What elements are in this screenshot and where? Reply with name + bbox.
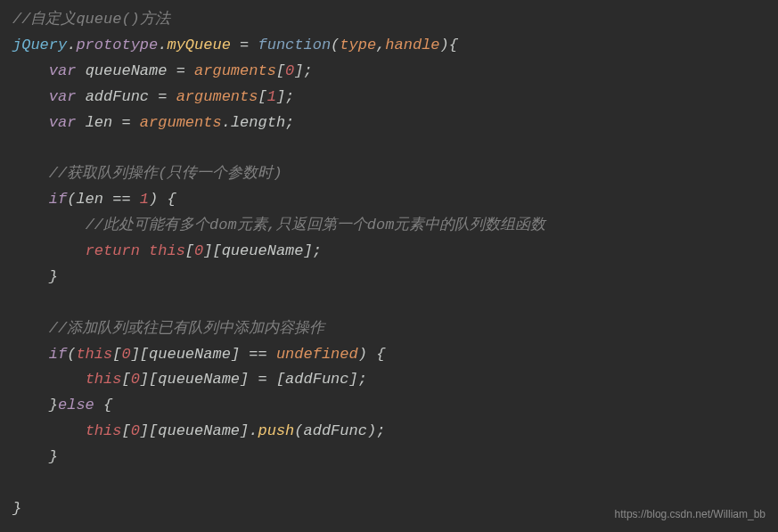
comment-line: //获取队列操作(只传一个参数时) — [49, 165, 283, 182]
identifier-prototype: prototype — [76, 37, 158, 53]
lparen: ( — [294, 422, 303, 439]
lbracket: [ — [149, 422, 158, 439]
identifier-queuename: queueName — [158, 422, 240, 439]
identifier-len: len — [76, 191, 103, 208]
semi: ; — [313, 242, 322, 259]
lbrace: { — [376, 346, 385, 363]
dot: . — [249, 422, 258, 439]
rbrace: } — [49, 268, 58, 285]
semi: ; — [304, 62, 313, 79]
identifier-len: len — [86, 114, 113, 131]
lbracket: [ — [276, 62, 285, 79]
param-handle: handle — [385, 37, 439, 53]
semi: ; — [358, 371, 367, 388]
rbrace: } — [49, 397, 58, 413]
rbrace: } — [12, 500, 21, 517]
rbracket: ] — [140, 422, 149, 439]
op-eq: = — [231, 37, 258, 53]
identifier-addfunc: addFunc — [86, 88, 149, 105]
keyword-this: this — [86, 422, 122, 439]
op-eqeq: == — [240, 346, 276, 363]
rparen: ) — [367, 422, 376, 439]
rbracket: ] — [276, 88, 285, 105]
identifier-arguments: arguments — [176, 88, 258, 105]
rbracket: ] — [131, 346, 140, 363]
semi: ; — [376, 422, 385, 439]
lparen: ( — [67, 346, 76, 363]
number-0: 0 — [131, 371, 140, 388]
lbrace: { — [449, 37, 458, 53]
lbracket: [ — [112, 346, 121, 363]
semi: ; — [285, 114, 294, 131]
number-1: 1 — [267, 88, 276, 105]
keyword-return: return — [86, 242, 140, 259]
keyword-if: if — [49, 346, 67, 363]
keyword-function: function — [258, 37, 331, 53]
comment-line: //自定义queue()方法 — [12, 11, 170, 28]
lbracket: [ — [140, 346, 149, 363]
number-1: 1 — [140, 191, 149, 208]
method-push: push — [258, 422, 294, 439]
op-eq: = — [149, 88, 176, 105]
lbracket: [ — [185, 242, 194, 259]
number-0: 0 — [194, 242, 203, 259]
lbracket: [ — [121, 422, 130, 439]
dot: . — [158, 37, 167, 53]
identifier-queuename: queueName — [158, 371, 240, 388]
lparen: ( — [331, 37, 340, 53]
number-0: 0 — [285, 62, 294, 79]
comment-line: //添加队列或往已有队列中添加内容操作 — [49, 320, 324, 337]
lbracket: [ — [121, 371, 130, 388]
keyword-else: else — [58, 397, 94, 413]
op-eq: = — [249, 371, 276, 388]
rbracket: ] — [240, 371, 249, 388]
rbracket: ] — [231, 346, 240, 363]
rparen: ) — [358, 346, 367, 363]
rbrace: } — [49, 448, 58, 465]
lbracket: [ — [276, 371, 285, 388]
watermark-text: https://blog.csdn.net/William_bb — [615, 505, 766, 523]
keyword-var: var — [49, 114, 77, 131]
lbracket: [ — [212, 242, 221, 259]
identifier-jquery: jQuery — [12, 37, 67, 53]
op-eq: = — [112, 114, 140, 131]
keyword-this: this — [86, 371, 122, 388]
rbracket: ] — [140, 371, 149, 388]
keyword-var: var — [49, 62, 77, 79]
rparen: ) — [440, 37, 449, 53]
identifier-addfunc: addFunc — [285, 371, 348, 388]
lbrace: { — [103, 397, 112, 413]
code-block: //自定义queue()方法 jQuery.prototype.myQueue … — [0, 0, 778, 529]
rbracket: ] — [304, 242, 313, 259]
identifier-length: length — [231, 114, 285, 131]
comment-line: //此处可能有多个dom元素,只返回第一个dom元素中的队列数组函数 — [86, 217, 546, 233]
op-eqeq: == — [103, 191, 140, 208]
dot: . — [222, 114, 231, 131]
identifier-queuename: queueName — [222, 242, 304, 259]
identifier-arguments: arguments — [194, 62, 276, 79]
lbracket: [ — [149, 371, 158, 388]
rbracket: ] — [203, 242, 212, 259]
comma: , — [376, 37, 385, 53]
lparen: ( — [67, 191, 76, 208]
lbracket: [ — [258, 88, 266, 105]
keyword-this: this — [149, 242, 185, 259]
identifier-queuename: queueName — [86, 62, 168, 79]
rparen: ) — [149, 191, 158, 208]
identifier-myqueue: myQueue — [167, 37, 230, 53]
number-0: 0 — [131, 422, 140, 439]
number-0: 0 — [121, 346, 130, 363]
lbrace: { — [167, 191, 176, 208]
op-eq: = — [167, 62, 194, 79]
rbracket: ] — [240, 422, 249, 439]
dot: . — [67, 37, 76, 53]
rbracket: ] — [294, 62, 303, 79]
rbracket: ] — [349, 371, 358, 388]
identifier-arguments: arguments — [140, 114, 222, 131]
identifier-queuename: queueName — [149, 346, 231, 363]
param-type: type — [340, 37, 376, 53]
semi: ; — [285, 88, 294, 105]
identifier-addfunc: addFunc — [304, 422, 367, 439]
keyword-undefined: undefined — [276, 346, 358, 363]
keyword-var: var — [49, 88, 77, 105]
